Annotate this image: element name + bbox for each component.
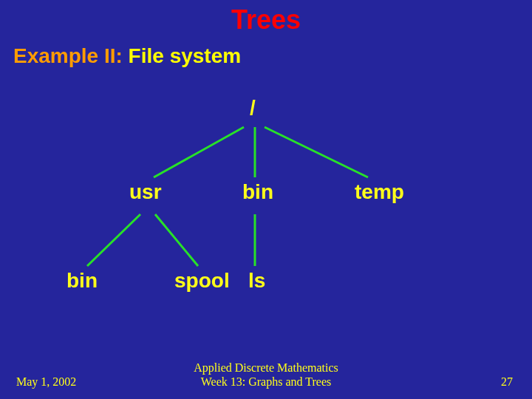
slide: Trees Example II: File system / usr bin … — [0, 0, 532, 399]
slide-subtitle: Example II: File system — [13, 44, 241, 68]
footer-page-number: 27 — [501, 375, 513, 389]
node-temp: temp — [355, 180, 404, 204]
subtitle-lead: Example II: — [13, 44, 123, 67]
edge-usr-bin — [87, 214, 140, 266]
node-root: / — [250, 96, 256, 120]
node-ls: ls — [248, 269, 265, 293]
edge-root-usr — [154, 127, 244, 177]
footer-center: Applied Discrete Mathematics Week 13: Gr… — [0, 361, 532, 389]
node-bin-leaf: bin — [66, 269, 98, 293]
edge-root-temp — [265, 127, 368, 177]
subtitle-rest: File system — [123, 44, 241, 67]
footer-line1: Applied Discrete Mathematics — [194, 361, 338, 374]
slide-title: Trees — [0, 4, 532, 35]
footer-line2: Week 13: Graphs and Trees — [201, 375, 331, 388]
node-usr: usr — [129, 180, 162, 204]
node-bin-top: bin — [242, 180, 273, 204]
node-spool: spool — [174, 269, 230, 293]
edge-usr-spool — [155, 214, 198, 266]
